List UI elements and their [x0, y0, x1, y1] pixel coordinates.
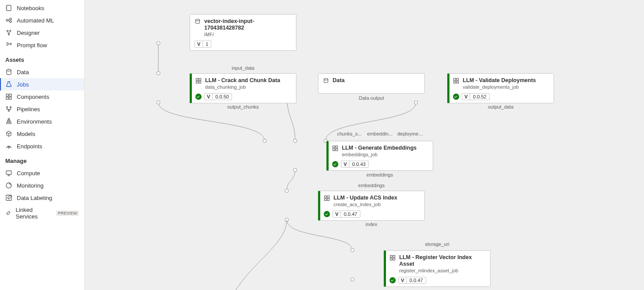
models-icon: [5, 130, 12, 137]
environments-icon: [5, 118, 12, 125]
svg-point-49: [324, 79, 328, 80]
svg-rect-15: [6, 94, 8, 96]
svg-rect-56: [333, 149, 335, 151]
sidebar-item-monitoring[interactable]: Monitoring: [0, 179, 84, 192]
pipeline-canvas[interactable]: Data output input_data output_chunks Dat…: [85, 0, 644, 290]
svg-rect-59: [327, 196, 329, 198]
svg-point-31: [157, 41, 160, 45]
svg-line-8: [8, 20, 10, 22]
port-label: Data output: [359, 95, 384, 101]
svg-rect-0: [7, 5, 11, 11]
component-icon: [453, 78, 459, 84]
svg-point-40: [285, 189, 288, 192]
svg-rect-58: [325, 196, 327, 198]
node-subtitle: data_chunking_job: [205, 84, 280, 90]
port-label: deployme…: [397, 131, 423, 136]
sidebar-item-pipelines[interactable]: Pipelines: [0, 103, 84, 115]
notebook-icon: [5, 4, 12, 11]
svg-line-12: [7, 32, 9, 34]
sidebar-item-promptflow[interactable]: Prompt flow: [0, 39, 84, 51]
svg-line-13: [9, 32, 10, 34]
svg-rect-23: [7, 121, 10, 122]
svg-point-37: [414, 101, 418, 104]
svg-point-5: [10, 18, 11, 20]
node-data[interactable]: Data: [318, 73, 425, 94]
sidebar-section-manage: Manage: [0, 152, 84, 167]
node-title: Data: [333, 77, 344, 84]
sidebar-item-label: Components: [17, 94, 49, 100]
sidebar-item-label: Pipelines: [17, 106, 40, 113]
sidebar-item-compute[interactable]: Compute: [0, 167, 84, 179]
svg-point-41: [285, 218, 288, 222]
sidebar-item-labeling[interactable]: Data Labeling: [0, 192, 84, 204]
svg-point-4: [6, 19, 8, 21]
svg-point-11: [8, 34, 10, 35]
svg-point-25: [8, 147, 9, 148]
svg-line-7: [8, 19, 10, 20]
sidebar-item-notebooks[interactable]: Notebooks: [0, 2, 84, 14]
svg-rect-62: [390, 256, 393, 258]
component-icon: [324, 195, 330, 201]
version-badge: V 0.0.50: [204, 93, 232, 100]
components-icon: [5, 93, 12, 100]
sidebar-item-models[interactable]: Models: [0, 128, 84, 140]
status-success-icon: [332, 161, 338, 167]
svg-rect-45: [196, 79, 198, 81]
node-validate-deployments[interactable]: LLM - Validate Deployments validate_depl…: [447, 73, 554, 103]
svg-point-43: [351, 278, 354, 281]
node-title: LLM - Generate Embeddings: [342, 145, 416, 151]
sidebar-item-label: Notebooks: [17, 5, 44, 11]
preview-badge: PREVIEW: [56, 211, 79, 216]
automl-icon: [5, 17, 12, 24]
svg-rect-24: [8, 119, 10, 120]
designer-icon: [5, 29, 12, 36]
status-success-icon: [324, 211, 330, 217]
status-success-icon: [195, 94, 202, 100]
sidebar-item-environments[interactable]: Environments: [0, 115, 84, 128]
version-badge: V 0.0.43: [341, 161, 369, 168]
node-vector-index-input[interactable]: vector-index-input-1704381428782 IMF/ V …: [190, 14, 296, 51]
node-title: LLM - Update ACS Index: [333, 195, 397, 201]
sidebar-item-linked[interactable]: Linked Services PREVIEW: [0, 204, 84, 222]
svg-rect-55: [336, 146, 338, 148]
sidebar-item-designer[interactable]: Designer: [0, 26, 84, 39]
svg-point-44: [196, 19, 200, 21]
port-label: embeddin...: [367, 131, 392, 136]
node-register-vector-index[interactable]: LLM - Register Vector Index Asset regist…: [384, 250, 490, 287]
sidebar-item-endpoints[interactable]: Endpoints: [0, 140, 84, 152]
svg-rect-16: [9, 94, 11, 96]
port-label: output_chunks: [227, 104, 259, 109]
svg-rect-64: [390, 258, 393, 260]
node-title: LLM - Crack and Chunk Data: [205, 77, 280, 84]
sidebar-item-automl[interactable]: Automated ML: [0, 14, 84, 26]
node-subtitle: IMF/: [204, 32, 292, 37]
node-subtitle: register_mlindex_asset_job: [399, 268, 486, 273]
svg-rect-22: [7, 122, 11, 124]
port-label: output_data: [488, 104, 513, 109]
svg-rect-47: [196, 81, 198, 83]
sidebar-item-components[interactable]: Components: [0, 90, 84, 103]
sidebar-item-label: Designer: [17, 30, 40, 36]
compute-icon: [5, 169, 12, 177]
sidebar-section-assets: Assets: [0, 51, 84, 66]
node-title: vector-index-input-1704381428782: [204, 18, 292, 31]
svg-rect-57: [336, 149, 338, 151]
dataset-icon: [323, 78, 329, 84]
sidebar-item-label: Monitoring: [17, 182, 44, 189]
svg-rect-63: [393, 256, 395, 258]
sidebar-item-label: Compute: [17, 170, 40, 177]
sidebar-item-label: Jobs: [17, 81, 29, 88]
linked-icon: [5, 210, 11, 217]
endpoints-icon: [5, 143, 12, 150]
sidebar-item-data[interactable]: Data: [0, 66, 84, 78]
svg-point-39: [293, 168, 297, 172]
sidebar-item-jobs[interactable]: Jobs: [0, 78, 84, 90]
svg-rect-65: [393, 258, 395, 260]
sidebar-item-label: Prompt flow: [17, 42, 47, 49]
node-update-acs-index[interactable]: LLM - Update ACS Index create_acs_index_…: [318, 191, 425, 221]
node-chunk-data[interactable]: LLM - Crack and Chunk Data data_chunking…: [190, 73, 296, 103]
svg-point-21: [8, 110, 10, 112]
node-generate-embeddings[interactable]: LLM - Generate Embeddings embeddings_job…: [326, 141, 433, 171]
svg-point-32: [157, 72, 160, 75]
dataset-icon: [195, 19, 201, 25]
